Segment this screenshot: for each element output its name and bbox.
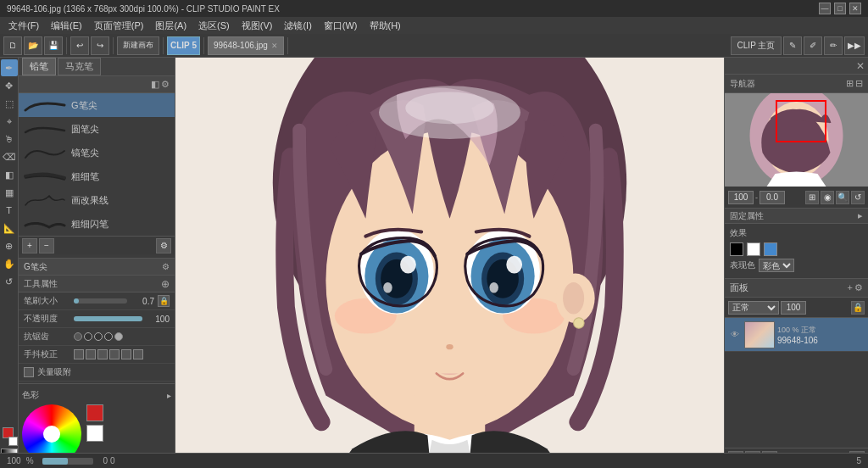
nav-icon2[interactable]: ⊟ bbox=[855, 78, 863, 89]
effect-black[interactable] bbox=[730, 242, 743, 256]
brush-add-btn[interactable]: + bbox=[22, 238, 37, 254]
layer-blend-dropdown[interactable]: 正常 正片叠底 滤色 bbox=[728, 301, 779, 315]
color-mode-dropdown[interactable]: 彩色 灰度 单色 bbox=[759, 259, 794, 272]
menu-page[interactable]: 页面管理(P) bbox=[89, 18, 149, 34]
toolbar-open[interactable]: 📂 bbox=[24, 36, 42, 55]
tool-text[interactable]: T bbox=[1, 202, 18, 219]
menu-view[interactable]: 视图(V) bbox=[236, 18, 278, 34]
brush-tab-marker[interactable]: 马克笔 bbox=[58, 58, 101, 75]
layer-visibility-toggle[interactable]: 👁 bbox=[728, 328, 742, 342]
layer-add-icon[interactable]: + bbox=[848, 282, 853, 293]
window-controls[interactable]: — □ ✕ bbox=[819, 3, 861, 14]
size-lock[interactable]: 🔒 bbox=[158, 295, 170, 307]
tool-eyedropper[interactable]: 🖰 bbox=[1, 131, 18, 148]
brush-delete-btn[interactable]: − bbox=[39, 238, 54, 254]
tool-hand[interactable]: ✋ bbox=[1, 255, 18, 272]
dot3[interactable] bbox=[94, 332, 103, 341]
tool-pen[interactable]: ✒ bbox=[1, 59, 18, 76]
brush-tab-pencil[interactable]: 铅笔 bbox=[22, 58, 56, 75]
fixed-prop-expand[interactable]: ▸ bbox=[858, 210, 863, 221]
brush-settings-btn[interactable]: ⚙ bbox=[156, 238, 171, 254]
nav-rotation-input[interactable] bbox=[760, 191, 785, 204]
zoom-slider[interactable] bbox=[42, 458, 93, 465]
sq4[interactable] bbox=[109, 349, 120, 359]
toolbar-redo[interactable]: ↪ bbox=[91, 36, 109, 55]
color-panel-expand[interactable]: ▸ bbox=[167, 391, 171, 400]
tool-fill[interactable]: ◧ bbox=[1, 166, 18, 183]
canvas-area[interactable] bbox=[175, 58, 724, 468]
toolbar-pen2[interactable]: ✐ bbox=[804, 36, 822, 55]
sq2[interactable] bbox=[86, 349, 96, 359]
clip-home-button[interactable]: CLIP 主页 bbox=[731, 36, 782, 55]
bg-swatch[interactable] bbox=[86, 425, 103, 442]
dot5[interactable] bbox=[114, 332, 123, 341]
toolbar-pen1[interactable]: ✎ bbox=[783, 36, 802, 55]
nav-zoom-input[interactable] bbox=[728, 191, 754, 204]
menu-edit[interactable]: 编辑(E) bbox=[46, 18, 87, 34]
layer-item[interactable]: 👁 100 % 正常 99648-106 bbox=[725, 318, 868, 352]
tool-gradient[interactable]: ▦ bbox=[1, 184, 18, 201]
tool-zoom[interactable]: ⊕ bbox=[1, 237, 18, 254]
layer-settings-icon[interactable]: ⚙ bbox=[854, 282, 863, 293]
brush-item-sketch[interactable]: 画改果线 bbox=[19, 188, 175, 212]
fg-swatch[interactable] bbox=[86, 404, 103, 421]
layer-opacity-input[interactable] bbox=[781, 301, 806, 315]
file-tab[interactable]: 99648-106.jpg ✕ bbox=[208, 36, 284, 55]
brush-item-coarse[interactable]: 粗细闪笔 bbox=[19, 212, 175, 236]
toolbar-undo[interactable]: ↩ bbox=[70, 36, 89, 55]
opacity-slider[interactable] bbox=[74, 316, 142, 321]
sq1[interactable] bbox=[74, 349, 84, 359]
brush-item-thick[interactable]: 粗细笔 bbox=[19, 164, 175, 188]
dot2[interactable] bbox=[84, 332, 92, 341]
toolbar-pen3[interactable]: ✏ bbox=[824, 36, 843, 55]
nav-btn4[interactable]: ↺ bbox=[851, 191, 865, 204]
tool-select-rect[interactable]: ⬚ bbox=[1, 95, 18, 112]
tab-close[interactable]: ✕ bbox=[271, 42, 278, 50]
tool-eraser[interactable]: ⌫ bbox=[1, 148, 18, 165]
sq5[interactable] bbox=[121, 349, 131, 359]
effect-white[interactable] bbox=[747, 242, 760, 256]
nav-btn2[interactable]: ◉ bbox=[821, 191, 834, 204]
minimize-button[interactable]: — bbox=[819, 3, 831, 14]
brush-item-round[interactable]: 圆笔尖 bbox=[19, 117, 175, 141]
menu-select[interactable]: 选区(S) bbox=[193, 18, 235, 34]
bottom-coords: 0 0 bbox=[103, 456, 115, 465]
brush-item-pick[interactable]: 镐笔尖 bbox=[19, 141, 175, 164]
nav-btn3[interactable]: 🔍 bbox=[836, 191, 849, 204]
brush-item-g[interactable]: G笔尖 bbox=[19, 93, 175, 117]
effect-blue[interactable] bbox=[764, 242, 777, 256]
brush-icon2[interactable]: ⚙ bbox=[161, 79, 170, 90]
sq6[interactable] bbox=[133, 349, 143, 359]
nav-btn1[interactable]: ⊞ bbox=[805, 191, 819, 204]
tool-prop-search[interactable]: ⊕ bbox=[161, 278, 170, 290]
maximize-button[interactable]: □ bbox=[834, 3, 846, 14]
tool-lasso[interactable]: ⌖ bbox=[1, 113, 18, 130]
brush-icon1[interactable]: ◧ bbox=[151, 79, 159, 90]
background-color[interactable] bbox=[8, 437, 18, 446]
close-button[interactable]: ✕ bbox=[849, 3, 861, 14]
menu-layer[interactable]: 图层(A) bbox=[150, 18, 192, 34]
menu-help[interactable]: 帮助(H) bbox=[364, 18, 406, 34]
dot4[interactable] bbox=[104, 332, 113, 341]
menu-window[interactable]: 窗口(W) bbox=[319, 18, 363, 34]
right-panel-close[interactable]: ✕ bbox=[856, 60, 865, 72]
menu-filter[interactable]: 滤镜(I) bbox=[279, 18, 316, 34]
toolbar-canvas-new[interactable]: 新建画布 bbox=[117, 36, 159, 55]
nav-icon1[interactable]: ⊞ bbox=[846, 78, 854, 89]
size-slider[interactable] bbox=[74, 298, 127, 304]
color-fg-bg[interactable] bbox=[1, 427, 18, 446]
color-mode-row: 表现色 彩色 灰度 单色 bbox=[730, 259, 863, 272]
toolbar-more[interactable]: ▶▶ bbox=[844, 36, 865, 55]
navigator-thumbnail[interactable] bbox=[725, 93, 868, 187]
menu-file[interactable]: 文件(F) bbox=[3, 18, 44, 34]
tool-rotate[interactable]: ↺ bbox=[1, 273, 18, 290]
tool-move[interactable]: ✥ bbox=[1, 77, 18, 94]
sq3[interactable] bbox=[97, 349, 108, 359]
dot1[interactable] bbox=[74, 332, 82, 341]
tool-ruler[interactable]: 📐 bbox=[1, 220, 18, 237]
snap-checkbox[interactable] bbox=[24, 367, 34, 377]
clip5-badge[interactable]: CLIP 5 bbox=[167, 36, 200, 55]
toolbar-save[interactable]: 💾 bbox=[44, 36, 63, 55]
layer-lock-btn[interactable]: 🔒 bbox=[851, 301, 865, 315]
toolbar-new[interactable]: 🗋 bbox=[3, 36, 22, 55]
